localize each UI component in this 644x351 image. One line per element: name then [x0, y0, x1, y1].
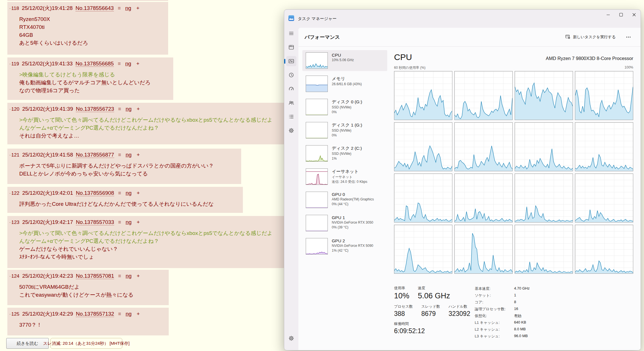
previous-post-fragment	[7, 0, 168, 1]
rail-item-users[interactable]	[286, 98, 296, 108]
cpu-stat-value: 10%	[394, 292, 409, 300]
perf-thumbnail-gpu2	[306, 238, 328, 254]
post-timestamp: 25/12/02(火)19:42:17	[22, 219, 73, 225]
post-expand-link[interactable]: +	[137, 311, 140, 317]
post-body: Ryzen5700XRTX4070ti64GBあと5年くらいはいけるだろ	[19, 15, 168, 47]
task-manager-logo-icon	[288, 15, 294, 22]
post-menu-dots[interactable]: …	[9, 5, 13, 10]
cpu-spec-label: L2 キャッシュ:	[475, 327, 510, 332]
post-list-icon[interactable]: ≡	[118, 152, 121, 158]
post-id-link[interactable]: No.1378556723	[76, 106, 114, 112]
post-list-icon[interactable]: ≡	[118, 219, 121, 225]
post-expand-link[interactable]: +	[137, 219, 140, 225]
post-ng-link[interactable]: ng	[126, 190, 132, 196]
post-menu-dots[interactable]: …	[9, 311, 13, 315]
titlebar[interactable]: タスク マネージャー	[284, 10, 641, 28]
perf-item-ethernet[interactable]: イーサネットイーサネット送信: 24.0 受信: 0 Kbps	[302, 166, 387, 187]
post-list-icon[interactable]: ≡	[118, 106, 121, 112]
rail-item-processes[interactable]	[286, 42, 296, 52]
perf-item-gpu0[interactable]: GPU 0AMD Radeon(TM) Graphics0% (44 °C)	[302, 189, 387, 210]
post-menu-dots[interactable]: …	[9, 151, 13, 156]
forum-post: …12425/12/02(火)19:42:23No.1378557081≡ng+…	[7, 270, 169, 305]
task-manager-window: タスク マネージャー パフォーマンス 新しいタスクを実行する	[284, 9, 641, 350]
post-ng-link[interactable]: ng	[126, 106, 132, 112]
page-header: パフォーマンス 新しいタスクを実行する	[298, 28, 641, 47]
post-menu-dots[interactable]: …	[9, 273, 13, 277]
post-id-link[interactable]: No.1378556643	[76, 5, 114, 11]
maximize-icon	[619, 13, 623, 16]
post-expand-link[interactable]: +	[137, 152, 140, 158]
post-timestamp: 25/12/02(火)19:41:58	[22, 152, 73, 158]
more-options-button[interactable]	[624, 33, 633, 41]
perf-item-text: GPU 1NVIDIA GeForce RTX 30500% (39 °C)	[332, 215, 373, 231]
perf-item-gpu1[interactable]: GPU 1NVIDIA GeForce RTX 30500% (39 °C)	[302, 213, 387, 234]
perf-item-memory[interactable]: メモリ26.6/61.6 GB (43%)	[302, 73, 387, 94]
post-list-icon[interactable]: ≡	[118, 61, 121, 67]
perf-item-title: イーサネット	[332, 169, 367, 175]
post-expand-link[interactable]: +	[136, 61, 140, 67]
minimize-button[interactable]	[602, 10, 615, 20]
read-more-button[interactable]: 続きを読む	[6, 338, 49, 349]
cpu-stats-right: 基本速度:4.70 GHzソケット:1コア:8論理プロセッサ数:16仮想化:有効…	[475, 286, 530, 339]
cpu-core-chart-2	[454, 71, 513, 120]
post-body-line: 俺も動画編集してるがマルチコア無いとしんどいだろ	[19, 79, 173, 87]
cpu-spec-value: 16	[514, 307, 530, 312]
post-ng-link[interactable]: ng	[126, 219, 132, 225]
post-expand-link[interactable]: +	[136, 5, 140, 11]
cpu-stat-value: 8679	[421, 310, 440, 318]
post-list-icon[interactable]: ≡	[118, 5, 121, 11]
perf-item-sub: 1%	[332, 156, 362, 161]
post-id-link[interactable]: No.1378556685	[76, 61, 114, 67]
rail-item-startup-apps[interactable]	[286, 84, 296, 94]
cpu-spec-label: L3 キャッシュ:	[475, 334, 510, 339]
post-ng-link[interactable]: ng	[126, 152, 132, 158]
perf-item-text: GPU 0AMD Radeon(TM) Graphics0% (44 °C)	[332, 192, 374, 208]
post-expand-link[interactable]: +	[137, 273, 140, 279]
perf-item-sub: イーサネット	[332, 175, 367, 179]
post-body: >今が買いって聞いて色々調べてるんだけどこれゲームだけやるならxboxとps5で…	[19, 116, 306, 140]
post-id-link[interactable]: No.1378557081	[76, 273, 114, 279]
rail-item-details[interactable]	[286, 112, 296, 122]
post-list-icon[interactable]: ≡	[118, 273, 121, 279]
post-menu-dots[interactable]: …	[9, 106, 13, 110]
post-ng-link[interactable]: ng	[125, 5, 131, 11]
post-ng-link[interactable]: ng	[125, 61, 131, 67]
run-new-task-button[interactable]: 新しいタスクを実行する	[562, 32, 619, 42]
rail-item-performance[interactable]	[286, 56, 296, 66]
cpu-spec-value: 8.0 MB	[514, 327, 530, 332]
post-id-link[interactable]: No.1378556877	[76, 152, 114, 158]
post-menu-dots[interactable]: …	[9, 60, 13, 65]
rail-item-menu[interactable]	[286, 28, 296, 38]
rail-item-app-history[interactable]	[286, 70, 296, 80]
more-options-icon	[626, 37, 631, 38]
cpu-stat: 速度5.06 GHz	[418, 286, 450, 300]
selection-accent	[284, 59, 285, 64]
cpu-core-chart-14	[454, 225, 513, 274]
rail-item-settings[interactable]	[286, 333, 296, 343]
perf-item-gpu2[interactable]: GPU 2NVIDIA GeForce RTX 50901% (42 °C)	[302, 236, 387, 257]
forum-post: …11825/12/02(火)19:41:28No.1378556643≡ng+…	[7, 2, 168, 55]
post-ng-link[interactable]: ng	[126, 311, 132, 317]
post-list-icon[interactable]: ≡	[118, 311, 121, 317]
rail-item-services[interactable]	[286, 125, 296, 136]
perf-item-disk0[interactable]: ディスク 0 (G:)SSD (NVMe)0%	[302, 97, 387, 117]
post-menu-dots[interactable]: …	[9, 190, 13, 194]
perf-thumbnail-gpu0	[306, 192, 328, 208]
cpu-spec-label: 論理プロセッサ数:	[475, 307, 510, 312]
cpu-spec-value: 4.70 GHz	[514, 286, 530, 291]
post-list-icon[interactable]: ≡	[118, 190, 121, 196]
close-button[interactable]	[628, 10, 641, 20]
post-expand-link[interactable]: +	[137, 106, 140, 112]
post-menu-dots[interactable]: …	[9, 219, 13, 224]
perf-item-disk2[interactable]: ディスク 2 (C:)SSD (NVMe)1%	[302, 143, 387, 164]
post-id-link[interactable]: No.1378556908	[76, 190, 114, 196]
post-body-line: んなゲーム+αでゲーミングPC選んでるだけなんだよね？	[19, 124, 306, 132]
perf-item-disk1[interactable]: ディスク 1 (G:)SSD (NVMe)0%	[302, 120, 387, 141]
perf-item-cpu[interactable]: CPU10% 5.06 GHz	[302, 50, 387, 71]
maximize-button[interactable]	[615, 10, 628, 20]
mht-save-link[interactable]: [MHT保存]	[110, 341, 130, 346]
post-expand-link[interactable]: +	[137, 190, 140, 196]
post-id-link[interactable]: No.1378557132	[76, 311, 114, 317]
post-ng-link[interactable]: ng	[126, 273, 132, 279]
post-id-link[interactable]: No.1378557033	[76, 219, 114, 225]
